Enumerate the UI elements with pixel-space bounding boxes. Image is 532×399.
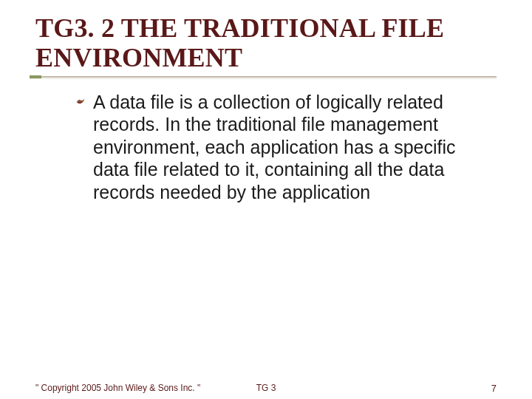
bullet-text: A data file is a collection of logically… xyxy=(93,91,474,204)
slide: TG3. 2 THE TRADITIONAL FILE ENVIRONMENT … xyxy=(0,0,532,399)
slide-title: TG3. 2 THE TRADITIONAL FILE ENVIRONMENT xyxy=(35,13,497,73)
footer-copyright: " Copyright 2005 John Wiley & Sons Inc. … xyxy=(35,383,200,393)
footer-section: TG 3 xyxy=(256,383,276,393)
bullet-icon xyxy=(75,97,86,107)
footer-page-number: 7 xyxy=(491,383,497,394)
bullet-item: A data file is a collection of logically… xyxy=(75,91,474,204)
title-underline xyxy=(30,76,497,78)
slide-body: A data file is a collection of logically… xyxy=(35,91,497,204)
